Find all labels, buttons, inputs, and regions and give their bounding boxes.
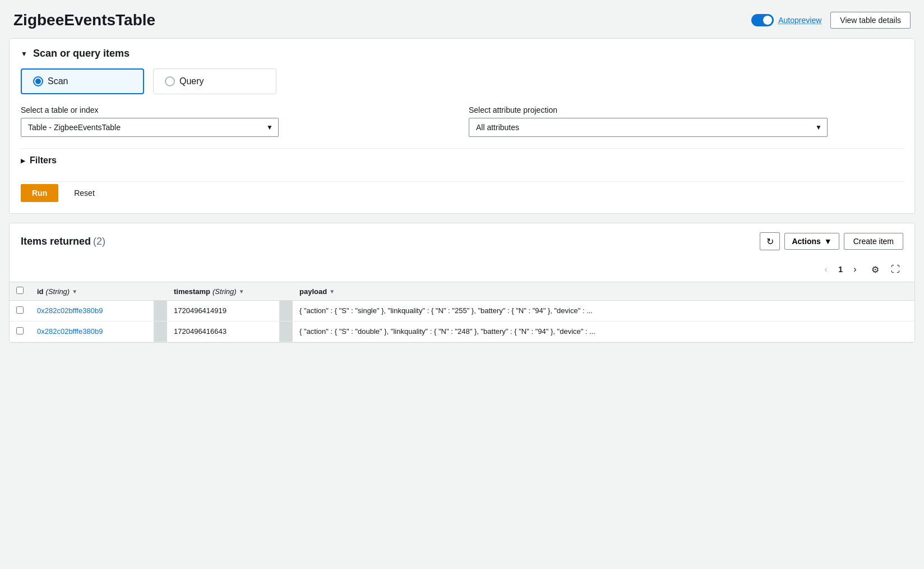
- row-id-cell: 0x282c02bfffe380b9: [30, 322, 154, 342]
- table-row: 0x282c02bfffe380b9 1720496416643 { "acti…: [10, 322, 914, 342]
- filters-expand-icon: ▶: [21, 158, 25, 164]
- row-id-cell: 0x282c02bfffe380b9: [30, 301, 154, 322]
- run-button[interactable]: Run: [21, 184, 58, 202]
- header-timestamp-col[interactable]: timestamp (String) ▼: [167, 282, 279, 301]
- items-panel-header: Items returned (2) ↻ Actions ▼ Create it…: [10, 223, 914, 259]
- row-timestamp-cell: 1720496416643: [167, 322, 279, 342]
- form-row: Select a table or index Table - ZigbeeEv…: [21, 105, 903, 137]
- row-payload-cell: { "action" : { "S" : "double" }, "linkqu…: [293, 322, 914, 342]
- row-id-link[interactable]: 0x282c02bfffe380b9: [37, 306, 103, 315]
- items-count-badge: (2): [93, 236, 105, 247]
- scan-query-radio-group: Scan Query: [21, 68, 903, 94]
- toggle-knob: [763, 16, 772, 25]
- next-page-button[interactable]: ›: [847, 261, 863, 277]
- page-header: ZigbeeEventsTable Autopreview View table…: [0, 0, 924, 38]
- create-item-button[interactable]: Create item: [844, 233, 903, 250]
- items-actions-group: ↻ Actions ▼ Create item: [760, 232, 903, 250]
- ts-col-type: (String): [212, 287, 237, 296]
- reset-button[interactable]: Reset: [65, 184, 104, 202]
- scan-radio-option[interactable]: Scan: [21, 68, 144, 94]
- id-sort-icon[interactable]: ▼: [72, 288, 77, 295]
- scan-panel-content: Scan Query Select a table or index Table…: [10, 68, 914, 213]
- header-id-col[interactable]: id (String) ▼: [30, 282, 154, 301]
- filters-label: Filters: [30, 155, 57, 166]
- query-radio-label: Query: [179, 76, 204, 86]
- row-divider-1: [154, 322, 167, 342]
- row-timestamp-cell: 1720496414919: [167, 301, 279, 322]
- actions-label: Actions: [792, 237, 820, 246]
- select-all-checkbox[interactable]: [16, 287, 24, 294]
- page-number: 1: [838, 265, 843, 274]
- refresh-button[interactable]: ↻: [760, 232, 780, 250]
- pagination-row: ‹ 1 › ⚙ ⛶: [10, 259, 914, 282]
- items-table: id (String) ▼ timestamp (String) ▼: [10, 282, 914, 342]
- payload-sort-icon[interactable]: ▼: [329, 288, 335, 295]
- table-wrapper: id (String) ▼ timestamp (String) ▼: [10, 282, 914, 342]
- row-checkbox-0[interactable]: [16, 306, 24, 314]
- id-col-type: (String): [46, 287, 70, 296]
- filters-section: ▶ Filters: [21, 148, 903, 172]
- page-title: ZigbeeEventsTable: [13, 11, 155, 29]
- scan-radio-label: Scan: [48, 76, 68, 86]
- autopreview-toggle[interactable]: Autopreview: [751, 14, 821, 26]
- query-radio-circle: [165, 76, 175, 86]
- query-radio-option[interactable]: Query: [153, 68, 276, 94]
- scan-action-row: Run Reset: [21, 181, 903, 202]
- table-select-group: Select a table or index Table - ZigbeeEv…: [21, 105, 455, 137]
- header-checkbox-col: [10, 282, 30, 301]
- divider-2: [279, 282, 293, 301]
- prev-page-button[interactable]: ‹: [818, 261, 834, 277]
- actions-dropdown-button[interactable]: Actions ▼: [784, 233, 839, 250]
- table-settings-icon[interactable]: ⚙: [867, 261, 883, 277]
- table-header-row: id (String) ▼ timestamp (String) ▼: [10, 282, 914, 301]
- scan-panel-title: Scan or query items: [33, 48, 130, 59]
- row-divider-2: [279, 322, 293, 342]
- header-payload-col[interactable]: payload ▼: [293, 282, 914, 301]
- actions-chevron-icon: ▼: [824, 237, 832, 246]
- ts-sort-icon[interactable]: ▼: [239, 288, 244, 295]
- collapse-icon: ▼: [21, 50, 27, 58]
- row-divider-1: [154, 301, 167, 322]
- row-checkbox-cell: [10, 301, 30, 322]
- row-payload-cell: { "action" : { "S" : "single" }, "linkqu…: [293, 301, 914, 322]
- row-divider-2: [279, 301, 293, 322]
- divider-1: [154, 282, 167, 301]
- row-checkbox-1[interactable]: [16, 327, 24, 334]
- table-select-wrapper: Table - ZigbeeEventsTable ▼: [21, 118, 279, 137]
- id-col-label: id: [37, 287, 44, 296]
- items-returned-title: Items returned: [21, 236, 91, 247]
- view-table-details-button[interactable]: View table details: [830, 12, 911, 29]
- attr-select-wrapper: All attributes ▼: [469, 118, 828, 137]
- scan-query-panel: ▼ Scan or query items Scan Query Select …: [9, 38, 915, 214]
- filters-toggle[interactable]: ▶ Filters: [21, 155, 903, 166]
- refresh-icon: ↻: [766, 236, 774, 247]
- row-checkbox-cell: [10, 322, 30, 342]
- table-body: 0x282c02bfffe380b9 1720496414919 { "acti…: [10, 301, 914, 342]
- table-select[interactable]: Table - ZigbeeEventsTable: [21, 118, 279, 137]
- autopreview-label[interactable]: Autopreview: [778, 16, 821, 25]
- ts-col-label: timestamp: [174, 287, 210, 296]
- table-row: 0x282c02bfffe380b9 1720496414919 { "acti…: [10, 301, 914, 322]
- table-select-label: Select a table or index: [21, 105, 455, 114]
- payload-col-label: payload: [299, 287, 327, 296]
- row-id-link[interactable]: 0x282c02bfffe380b9: [37, 327, 103, 336]
- scan-radio-circle: [33, 76, 43, 86]
- scan-panel-header[interactable]: ▼ Scan or query items: [10, 39, 914, 68]
- attr-select-group: Select attribute projection All attribut…: [469, 105, 903, 137]
- items-title-group: Items returned (2): [21, 236, 105, 247]
- items-returned-panel: Items returned (2) ↻ Actions ▼ Create it…: [9, 223, 915, 343]
- expand-icon[interactable]: ⛶: [888, 261, 903, 277]
- autopreview-switch[interactable]: [751, 14, 774, 26]
- attr-select-label: Select attribute projection: [469, 105, 903, 114]
- header-right: Autopreview View table details: [751, 12, 911, 29]
- attr-select[interactable]: All attributes: [469, 118, 828, 137]
